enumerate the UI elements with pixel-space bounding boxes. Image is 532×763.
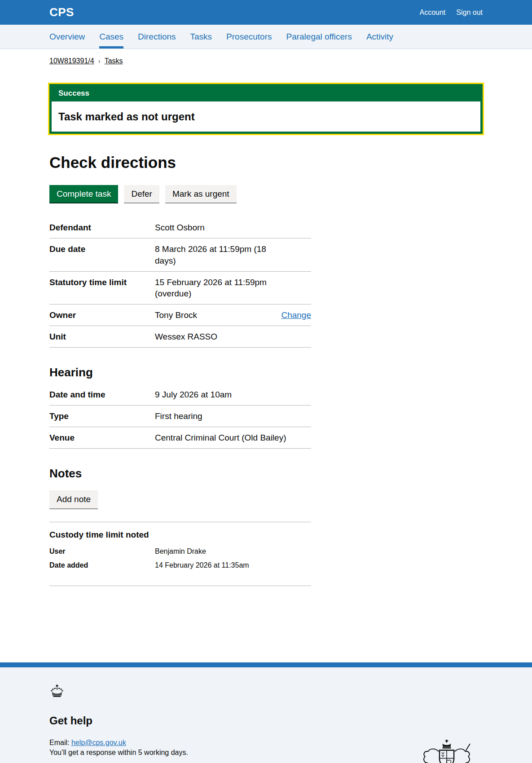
breadcrumb: 10W819391/4›Tasks <box>49 57 483 65</box>
nav-item-paralegal-officers[interactable]: Paralegal officers <box>286 25 352 49</box>
detail-value: 15 February 2026 at 11:59pm (overdue) <box>155 277 273 299</box>
primary-nav: Overview Cases Directions Tasks Prosecut… <box>0 25 532 49</box>
notes-heading: Notes <box>49 467 483 481</box>
custody-heading: Custody time limit noted <box>49 530 483 540</box>
hearing-heading: Hearing <box>49 366 483 379</box>
success-banner-title: Success <box>58 89 474 98</box>
main-content: 10W819391/4›Tasks Success Task marked as… <box>49 57 483 662</box>
detail-value: Central Criminal Court (Old Bailey) <box>155 432 311 443</box>
cps-logo[interactable]: CPS <box>49 5 74 19</box>
email-label: Email: <box>49 739 69 746</box>
sign-out-link[interactable]: Sign out <box>456 9 483 17</box>
add-note-button[interactable]: Add note <box>49 490 98 508</box>
detail-key: Owner <box>49 309 137 321</box>
crown-icon <box>49 684 411 699</box>
nav-item-activity[interactable]: Activity <box>366 25 393 49</box>
custody-row-date-added: Date added 14 February 2026 at 11:35am <box>49 558 311 572</box>
hearing-row-date-time: Date and time 9 July 2026 at 10am <box>49 384 311 406</box>
detail-row-defendant: Defendant Scott Osborn <box>49 217 311 238</box>
detail-key: Date added <box>49 560 137 570</box>
detail-value: Wessex RASSO <box>155 331 273 342</box>
section-divider <box>49 586 311 586</box>
chevron-right-icon: › <box>98 57 101 65</box>
nav-item-overview[interactable]: Overview <box>49 25 85 49</box>
task-action-buttons: Complete task Defer Mark as urgent <box>49 185 483 203</box>
detail-key: Statutory time limit <box>49 277 137 288</box>
success-banner-message: Task marked as not urgent <box>58 110 474 123</box>
detail-value: Scott Osborn <box>155 222 273 233</box>
detail-value: 14 February 2026 at 11:35am <box>155 560 311 570</box>
breadcrumb-tasks-link[interactable]: Tasks <box>105 57 123 65</box>
defer-button[interactable]: Defer <box>124 185 159 203</box>
success-banner-header: Success <box>52 86 480 101</box>
header-links: Account Sign out <box>419 9 483 17</box>
detail-value: 8 March 2026 at 11:59pm (18 days) <box>155 243 273 266</box>
detail-row-due-date: Due date 8 March 2026 at 11:59pm (18 day… <box>49 238 311 271</box>
breadcrumb-case-link[interactable]: 10W819391/4 <box>49 57 94 65</box>
footer-accent-bar <box>0 662 532 667</box>
hearing-row-type: Type First hearing <box>49 406 311 427</box>
detail-value: Benjamin Drake <box>155 547 311 556</box>
complete-task-button[interactable]: Complete task <box>49 185 118 203</box>
task-details-list: Defendant Scott Osborn Due date 8 March … <box>49 217 311 348</box>
detail-value: Tony Brock <box>155 309 273 321</box>
section-divider <box>49 522 311 522</box>
app-footer: Get help Email: help@cps.gov.uk You’ll g… <box>0 667 532 763</box>
detail-key: Unit <box>49 331 137 342</box>
detail-action: Change <box>281 309 311 321</box>
detail-key: Due date <box>49 243 137 255</box>
hearing-details-list: Date and time 9 July 2026 at 10am Type F… <box>49 384 311 449</box>
detail-key: Date and time <box>49 389 137 400</box>
nav-item-tasks[interactable]: Tasks <box>190 25 212 49</box>
custody-details-list: User Benjamin Drake Date added 14 Februa… <box>49 544 311 572</box>
detail-key: Defendant <box>49 222 137 233</box>
custody-row-user: User Benjamin Drake <box>49 544 311 558</box>
nav-item-prosecutors[interactable]: Prosecutors <box>226 25 272 49</box>
detail-row-statutory-time-limit: Statutory time limit 15 February 2026 at… <box>49 272 311 304</box>
app-header: CPS Account Sign out <box>0 0 532 25</box>
nav-item-directions[interactable]: Directions <box>138 25 176 49</box>
help-email-link[interactable]: help@cps.gov.uk <box>71 739 126 746</box>
detail-value: First hearing <box>155 410 311 422</box>
royal-coat-of-arms <box>419 739 475 763</box>
detail-row-unit: Unit Wessex RASSO <box>49 326 311 348</box>
success-banner-content: Task marked as not urgent <box>52 101 480 132</box>
success-banner: Success Task marked as not urgent <box>49 84 483 134</box>
detail-key: Venue <box>49 432 137 443</box>
detail-row-owner: Owner Tony Brock Change <box>49 304 311 326</box>
page-title: Check directions <box>49 154 483 172</box>
change-owner-link[interactable]: Change <box>281 310 311 320</box>
mark-as-urgent-button[interactable]: Mark as urgent <box>165 185 237 203</box>
detail-value: 9 July 2026 at 10am <box>155 389 311 400</box>
detail-key: Type <box>49 410 137 422</box>
get-help-heading: Get help <box>49 714 411 727</box>
nav-item-cases[interactable]: Cases <box>99 25 123 49</box>
hearing-row-venue: Venue Central Criminal Court (Old Bailey… <box>49 427 311 449</box>
detail-key: User <box>49 547 137 556</box>
response-note: You’ll get a response within 5 working d… <box>49 749 188 756</box>
account-link[interactable]: Account <box>419 9 445 17</box>
